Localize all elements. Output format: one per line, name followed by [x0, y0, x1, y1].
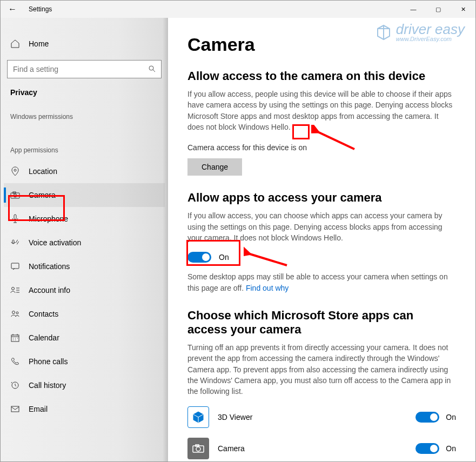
sidebar-item-call-history[interactable]: Call history	[4, 373, 165, 397]
svg-point-0	[149, 66, 153, 70]
watermark-url: www.DriverEasy.com	[396, 36, 465, 42]
sidebar-item-label: Voice activation	[29, 238, 81, 247]
app-state: On	[446, 444, 456, 453]
window-title: Settings	[24, 5, 52, 13]
section-app-permissions: App permissions	[4, 126, 165, 159]
section2-body: If you allow access, you can choose whic…	[187, 210, 456, 243]
sidebar-item-label: Contacts	[29, 310, 58, 318]
search-input[interactable]	[13, 65, 148, 73]
section3-title: Choose which Microsoft Store apps can ac…	[187, 309, 456, 337]
search-box[interactable]	[7, 60, 162, 78]
section-windows-permissions: Windows permissions	[4, 100, 165, 126]
maximize-button[interactable]: ▢	[426, 1, 451, 18]
svg-point-15	[196, 447, 200, 451]
sidebar-item-location[interactable]: Location	[4, 159, 165, 183]
sidebar-item-voice-activation[interactable]: Voice activation	[4, 231, 165, 255]
search-icon	[148, 65, 156, 74]
device-access-status: Camera access for this device is on	[187, 142, 456, 153]
svg-point-9	[12, 311, 15, 314]
content-pane: driver easy www.DriverEasy.com Camera Al…	[168, 18, 475, 461]
notifications-icon	[10, 263, 20, 270]
sidebar-item-account-info[interactable]: Account info	[4, 278, 165, 302]
phone-icon	[10, 357, 20, 366]
history-icon	[10, 381, 20, 390]
section2-note: Some desktop apps may still be able to a…	[187, 271, 456, 293]
location-icon	[10, 166, 20, 176]
camera-app-icon	[187, 438, 209, 459]
apps-access-state: On	[219, 253, 229, 262]
minimize-button[interactable]: —	[401, 1, 426, 18]
find-out-why-link[interactable]: Find out why	[246, 284, 289, 292]
sidebar-item-label: Notifications	[29, 262, 70, 271]
change-button[interactable]: Change	[187, 158, 242, 176]
sidebar-item-label: Calendar	[29, 333, 59, 342]
app-toggle-3d-viewer[interactable]	[415, 412, 439, 423]
sidebar: Home Privacy Windows permissions App per…	[1, 18, 168, 461]
watermark: driver easy www.DriverEasy.com	[374, 22, 465, 42]
sidebar-home[interactable]: Home	[4, 33, 165, 55]
voice-icon	[10, 239, 20, 246]
sidebar-item-label: Camera	[29, 191, 56, 199]
email-icon	[10, 406, 20, 412]
back-button[interactable]: ←	[1, 1, 24, 18]
section1-body: If you allow access, people using this d…	[187, 89, 456, 132]
svg-point-1	[14, 169, 16, 171]
app-state: On	[446, 413, 456, 421]
apps-access-toggle[interactable]	[187, 252, 211, 263]
app-name: Camera	[218, 444, 245, 453]
sidebar-item-microphone[interactable]: Microphone	[4, 207, 165, 231]
sidebar-item-email[interactable]: Email	[4, 397, 165, 421]
sidebar-item-label: Call history	[29, 381, 66, 390]
3d-viewer-icon	[187, 406, 209, 428]
svg-rect-13	[11, 406, 19, 412]
svg-rect-7	[11, 263, 19, 269]
calendar-icon	[10, 333, 20, 342]
close-button[interactable]: ✕	[451, 1, 475, 18]
sidebar-item-label: Phone calls	[29, 357, 68, 366]
svg-point-10	[16, 312, 18, 314]
selection-accent	[4, 188, 6, 203]
sidebar-item-contacts[interactable]: Contacts	[4, 302, 165, 326]
app-row-3d-viewer: 3D Viewer On	[187, 406, 456, 428]
sidebar-item-calendar[interactable]: Calendar	[4, 326, 165, 350]
home-label: Home	[29, 39, 49, 48]
sidebar-item-label: Email	[29, 405, 48, 413]
app-row-camera: Camera On	[187, 438, 456, 459]
camera-icon	[10, 191, 20, 199]
app-toggle-camera[interactable]	[415, 443, 439, 454]
watermark-brand: driver easy	[396, 22, 465, 36]
home-icon	[10, 39, 20, 49]
section2-title: Allow apps to access your camera	[187, 191, 456, 205]
sidebar-item-label: Location	[29, 167, 57, 176]
titlebar: ← Settings — ▢ ✕	[1, 1, 475, 18]
app-name: 3D Viewer	[218, 413, 252, 421]
sidebar-item-label: Microphone	[29, 215, 68, 223]
sidebar-item-camera[interactable]: Camera	[4, 183, 165, 207]
contacts-icon	[10, 310, 20, 318]
sidebar-item-notifications[interactable]: Notifications	[4, 255, 165, 278]
breadcrumb: Privacy	[4, 88, 165, 100]
sidebar-item-phone-calls[interactable]: Phone calls	[4, 350, 165, 373]
account-icon	[10, 286, 20, 294]
section3-body: Turning off an app prevents it from dire…	[187, 342, 456, 397]
svg-rect-5	[14, 215, 16, 219]
section1-title: Allow access to the camera on this devic…	[187, 69, 456, 83]
svg-point-8	[12, 287, 15, 290]
svg-point-3	[14, 194, 17, 197]
sidebar-item-label: Account info	[29, 286, 70, 294]
microphone-icon	[10, 214, 20, 224]
